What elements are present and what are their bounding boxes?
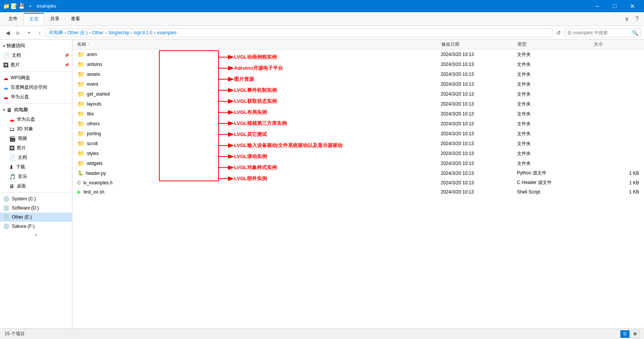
col-name[interactable]: 名称 ↑ <box>77 41 441 48</box>
file-name: arduino <box>87 62 102 67</box>
file-modified: 2024/3/20 10:13 <box>441 161 517 166</box>
back-button[interactable]: ◀ <box>3 28 12 37</box>
file-modified: 2024/3/20 10:13 <box>441 151 517 156</box>
file-name: event <box>87 82 98 87</box>
file-name: assets <box>87 72 100 77</box>
col-modified[interactable]: 修改日期 <box>441 41 517 48</box>
minimize-button[interactable]: ─ <box>588 0 606 12</box>
up-button[interactable]: ↑ <box>35 28 44 37</box>
sidebar-label-drive-d: Software (D:) <box>12 205 39 211</box>
maximize-button[interactable]: □ <box>606 0 623 12</box>
col-size-label: 大小 <box>594 41 603 48</box>
sidebar-item-documents[interactable]: 📄 文档 📌 <box>0 51 72 60</box>
path-other: Other <box>92 30 104 35</box>
sidebar-item-docs[interactable]: 📄 文档 <box>0 153 72 162</box>
col-size[interactable]: 大小 <box>594 41 639 48</box>
file-modified: 2024/3/20 10:13 <box>441 131 517 136</box>
table-row[interactable]: C lv_examples.h 2024/3/20 10:13 C Header… <box>72 178 644 187</box>
quick-access-header[interactable]: ▾ 快速访问 <box>0 41 72 51</box>
table-row[interactable]: 📁 layouts 2024/3/20 10:13 文件夹 <box>72 99 644 109</box>
pin-documents-icon[interactable]: 📌 <box>64 53 69 58</box>
sidebar-item-pictures[interactable]: 🖼 图片 📌 <box>0 60 72 70</box>
pin-pictures-icon[interactable]: 📌 <box>64 63 69 67</box>
sidebar-item-images[interactable]: 🖼 图片 <box>0 143 72 153</box>
drive-e-icon: 💿 <box>3 214 10 220</box>
huawei-drive-icon: ☁ <box>9 117 14 123</box>
tab-share[interactable]: 共享 <box>45 13 65 24</box>
ribbon-collapse-button[interactable]: ∨ <box>622 14 631 23</box>
sidebar-scroll-indicator: ▾ <box>0 231 72 238</box>
table-row[interactable]: 📁 porting 2024/3/20 10:13 文件夹 <box>72 129 644 139</box>
table-row[interactable]: 📁 anim 2024/3/20 10:13 文件夹 <box>72 50 644 59</box>
sidebar-divider-3 <box>0 192 72 193</box>
table-row[interactable]: 📁 event 2024/3/20 10:13 文件夹 <box>72 79 644 89</box>
recent-locations-button[interactable]: ▾ <box>24 28 34 37</box>
docs-icon: 📄 <box>9 155 16 161</box>
sidebar-item-wps[interactable]: ☁ WPS网盘 <box>0 73 72 83</box>
sidebar-item-downloads[interactable]: ⬇ 下载 <box>0 162 72 172</box>
forward-button[interactable]: ▶ <box>14 28 23 37</box>
address-path[interactable]: 此电脑 › Other (E:) › Other › Singlechip › … <box>46 28 552 37</box>
table-row[interactable]: 📁 widgets 2024/3/20 10:13 文件夹 <box>72 158 644 168</box>
view-grid-button[interactable]: ⊞ <box>630 330 639 338</box>
table-row[interactable]: 📁 scroll 2024/3/20 10:13 文件夹 <box>72 139 644 149</box>
file-size: 1 KB <box>593 180 639 185</box>
file-name: get_started <box>87 91 110 97</box>
file-modified: 2024/3/20 10:13 <box>441 82 517 87</box>
sidebar-item-drive-d[interactable]: 💿 Software (D:) <box>0 203 72 213</box>
col-modified-label: 修改日期 <box>441 41 459 48</box>
content-area: 名称 ↑ 修改日期 类型 大小 📁 anim 2024/3/20 10:13 文… <box>72 40 644 328</box>
file-name-cell: 📁 layouts <box>77 101 441 107</box>
file-name: styles <box>87 151 99 156</box>
path-other-e: Other (E:) <box>67 30 88 35</box>
sidebar-item-baidu[interactable]: ☁ 百度网盘同步空间 <box>0 83 72 92</box>
sidebar-item-video[interactable]: 🎬 视频 <box>0 134 72 143</box>
3d-icon: 🗂 <box>9 126 14 132</box>
sidebar-item-music[interactable]: 🎵 音乐 <box>0 172 72 181</box>
table-row[interactable]: 📁 assets 2024/3/20 10:13 文件夹 <box>72 69 644 79</box>
col-type[interactable]: 类型 <box>517 41 594 48</box>
file-type: 文件夹 <box>517 61 593 68</box>
path-this-pc: 此电脑 <box>49 29 63 36</box>
sidebar-item-drive-f[interactable]: 💿 Sakura (F:) <box>0 222 72 231</box>
sidebar-label-downloads: 下载 <box>16 164 25 170</box>
file-name: libs <box>87 111 94 117</box>
content-header: 名称 ↑ 修改日期 类型 大小 <box>72 40 644 50</box>
table-row[interactable]: ▶ test_ex.sh 2024/3/20 10:13 Shell Scrip… <box>72 187 644 196</box>
window-title: examples <box>37 3 588 9</box>
file-modified: 2024/3/20 10:13 <box>441 62 517 67</box>
table-row[interactable]: 📁 get_started 2024/3/20 10:13 文件夹 <box>72 89 644 99</box>
table-row[interactable]: 📁 libs 2024/3/20 10:13 文件夹 <box>72 109 644 119</box>
sidebar-item-drive-c[interactable]: 💿 System (C:) <box>0 194 72 203</box>
ribbon-help-button[interactable]: ? <box>633 15 641 23</box>
table-row[interactable]: 📁 styles 2024/3/20 10:13 文件夹 <box>72 149 644 158</box>
file-modified: 2024/3/20 10:13 <box>441 52 517 57</box>
tab-home[interactable]: 主页 <box>24 13 44 25</box>
refresh-button[interactable]: ↺ <box>554 28 563 37</box>
file-name-cell: 📁 styles <box>77 150 441 157</box>
table-row[interactable]: 📁 arduino 2024/3/20 10:13 文件夹 <box>72 59 644 69</box>
file-name: widgets <box>87 161 103 166</box>
sidebar-label-baidu: 百度网盘同步空间 <box>11 84 47 91</box>
file-name: anim <box>87 52 97 57</box>
view-list-button[interactable]: ☰ <box>620 330 630 338</box>
table-row[interactable]: 📁 others 2024/3/20 10:13 文件夹 <box>72 119 644 129</box>
this-pc-header[interactable]: ▾ 🖥 此电脑 <box>0 105 72 115</box>
address-bar: ◀ ▶ ▾ ↑ 此电脑 › Other (E:) › Other › Singl… <box>0 26 644 40</box>
tab-view[interactable]: 查看 <box>66 13 85 24</box>
sidebar-item-huawei-cloud[interactable]: ☁ 华为云盘 <box>0 92 72 102</box>
folder-icon: 📁 <box>77 61 85 68</box>
app-icon-1: 📁 <box>3 3 9 9</box>
col-type-label: 类型 <box>517 41 527 48</box>
search-input[interactable] <box>567 30 632 35</box>
tab-file[interactable]: 文件 <box>3 13 23 24</box>
sidebar-item-desktop[interactable]: 🖥 桌面 <box>0 181 72 191</box>
table-row[interactable]: 🐍 header.py 2024/3/20 10:13 Python 源文件 1… <box>72 168 644 178</box>
close-button[interactable]: ✕ <box>623 0 641 12</box>
sidebar-item-3d[interactable]: 🗂 3D 对象 <box>0 124 72 134</box>
search-box: 🔍 <box>565 28 641 37</box>
sidebar-item-huawei-drive[interactable]: ☁ 华为云盘 <box>0 115 72 124</box>
file-name-cell: 📁 scroll <box>77 140 441 147</box>
sidebar-item-drive-e[interactable]: 💿 Other (E:) <box>0 213 72 222</box>
file-name-cell: 📁 others <box>77 120 441 127</box>
